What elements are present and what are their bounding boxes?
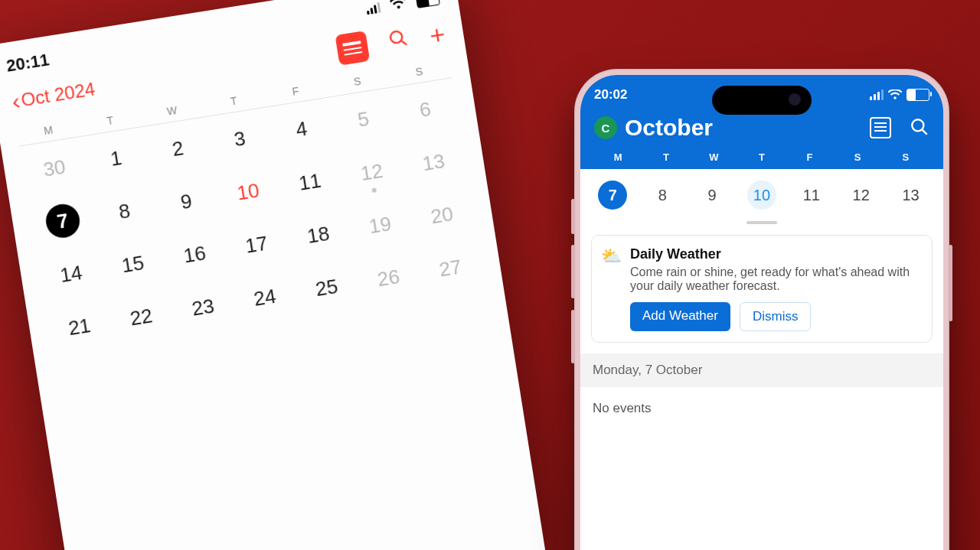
calendar-day[interactable]: 10 bbox=[213, 161, 283, 223]
date-cell[interactable]: 8 bbox=[638, 180, 688, 210]
calendar-day[interactable]: 9 bbox=[151, 170, 221, 233]
battery-icon bbox=[416, 0, 440, 8]
date-cell[interactable]: 12 bbox=[836, 180, 886, 210]
svg-line-1 bbox=[402, 40, 407, 45]
card-title: Daily Weather bbox=[630, 246, 921, 262]
calendar-day[interactable]: 11 bbox=[275, 151, 345, 213]
weather-card: ⛅ Daily Weather Come rain or shine, get … bbox=[591, 235, 933, 343]
calendar-day[interactable]: 25 bbox=[292, 256, 362, 319]
calendar-day[interactable]: 12 bbox=[337, 141, 407, 203]
calendar-day[interactable]: 21 bbox=[44, 295, 115, 358]
no-events-label: No events bbox=[580, 387, 943, 430]
calendar-day[interactable]: 1 bbox=[81, 127, 152, 190]
calendar-day[interactable]: 22 bbox=[106, 285, 177, 348]
card-body: Come rain or shine, get ready for what's… bbox=[630, 265, 921, 293]
month-title[interactable]: October bbox=[625, 115, 713, 141]
drag-handle[interactable] bbox=[746, 221, 777, 224]
ios-calendar-screenshot: 20:11 ‹ Oct 2024 + M bbox=[0, 0, 547, 550]
calendar-day[interactable]: 2 bbox=[143, 117, 214, 180]
signal-icon bbox=[366, 2, 381, 15]
calendar-day[interactable]: 17 bbox=[221, 213, 292, 276]
calendar-day[interactable]: 4 bbox=[266, 98, 337, 161]
calendar-day[interactable]: 24 bbox=[230, 266, 300, 329]
list-view-button[interactable] bbox=[335, 31, 371, 66]
calendar-day[interactable]: 30 bbox=[19, 137, 90, 200]
battery-icon bbox=[906, 89, 929, 101]
ios-status-icons bbox=[359, 0, 440, 20]
search-button[interactable] bbox=[387, 27, 410, 55]
calendar-day[interactable]: 5 bbox=[328, 88, 399, 151]
signal-icon bbox=[870, 89, 884, 100]
calendar-day[interactable]: 27 bbox=[415, 236, 485, 299]
weekday: S bbox=[834, 151, 882, 163]
calendar-day[interactable]: 15 bbox=[98, 233, 168, 295]
power-button bbox=[949, 245, 952, 321]
calendar-day[interactable]: 3 bbox=[204, 107, 275, 170]
calendar-day[interactable]: 26 bbox=[354, 246, 424, 309]
calendar-day[interactable]: 18 bbox=[283, 203, 354, 266]
calendar-day[interactable]: 13 bbox=[398, 131, 469, 194]
account-avatar[interactable]: C bbox=[594, 116, 617, 139]
weather-icon: ⛅ bbox=[601, 246, 622, 266]
mute-switch bbox=[571, 199, 575, 234]
svg-point-0 bbox=[390, 30, 403, 43]
calendar-day[interactable]: 23 bbox=[168, 276, 238, 339]
ios-time: 20:11 bbox=[5, 50, 51, 76]
calendar-day[interactable]: 20 bbox=[407, 184, 477, 246]
weekday: T bbox=[738, 151, 786, 163]
back-label: Oct 2024 bbox=[20, 78, 97, 111]
calendar-day[interactable]: 14 bbox=[36, 242, 106, 305]
weekday: M bbox=[594, 151, 642, 163]
volume-up-button bbox=[571, 245, 575, 298]
search-button[interactable] bbox=[910, 117, 929, 137]
back-button[interactable]: ‹ Oct 2024 bbox=[10, 76, 96, 115]
dynamic-island bbox=[712, 86, 812, 115]
day-section-header: Monday, 7 October bbox=[580, 353, 943, 387]
add-event-button[interactable]: + bbox=[427, 19, 447, 51]
calendar-day[interactable]: 16 bbox=[159, 223, 230, 285]
wifi-icon bbox=[390, 0, 412, 14]
date-cell[interactable]: 13 bbox=[886, 180, 936, 210]
date-cell[interactable]: 10 bbox=[737, 180, 787, 210]
svg-line-3 bbox=[923, 130, 927, 135]
weekday: T bbox=[642, 151, 691, 163]
weekday: F bbox=[786, 151, 834, 163]
iphone-device-frame: 20:02 C October M T bbox=[574, 69, 949, 550]
date-cell[interactable]: 11 bbox=[786, 180, 836, 210]
weekday: S bbox=[881, 151, 929, 163]
date-cell[interactable]: 9 bbox=[688, 180, 737, 210]
volume-down-button bbox=[571, 310, 575, 363]
outlook-time: 20:02 bbox=[594, 87, 627, 103]
calendar-day[interactable]: 8 bbox=[90, 180, 160, 242]
outlook-weekday-header: M T W T F S S bbox=[594, 151, 929, 163]
agenda-view-button[interactable] bbox=[870, 117, 891, 138]
calendar-day[interactable]: 7 bbox=[28, 190, 98, 252]
svg-point-2 bbox=[912, 119, 923, 131]
wifi-icon bbox=[888, 89, 902, 100]
outlook-date-strip[interactable]: 78910111213 bbox=[580, 169, 943, 216]
dismiss-button[interactable]: Dismiss bbox=[740, 302, 812, 331]
add-weather-button[interactable]: Add Weather bbox=[630, 302, 730, 331]
calendar-day[interactable]: 6 bbox=[390, 78, 460, 141]
weekday: W bbox=[690, 151, 738, 163]
date-cell[interactable]: 7 bbox=[588, 180, 638, 210]
calendar-day[interactable]: 19 bbox=[345, 194, 416, 256]
